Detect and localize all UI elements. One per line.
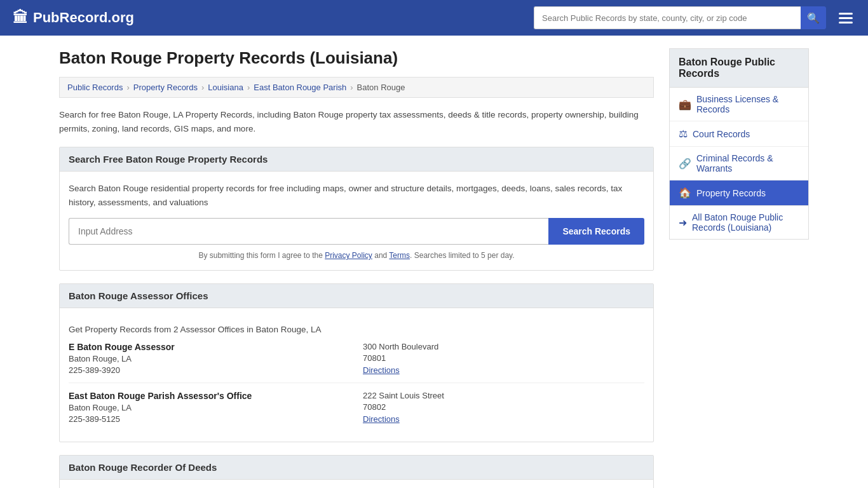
disclaimer-text: By submitting this form I agree to the (198, 251, 325, 260)
office-phone-2: 225-389-5125 (69, 414, 350, 424)
content-area: Baton Rouge Property Records (Louisiana)… (59, 48, 654, 488)
logo-icon: 🏛 (13, 9, 28, 27)
office-zip-1: 70801 (363, 353, 644, 363)
office-left-1: E Baton Rouge Assessor Baton Rouge, LA 2… (69, 342, 350, 375)
breadcrumb-sep-2: › (201, 83, 204, 92)
search-section-description: Search Baton Rouge residential property … (69, 182, 644, 209)
sidebar-all-records-link[interactable]: ➜ All Baton Rouge Public Records (Louisi… (669, 206, 809, 240)
site-header: 🏛 PubRecord.org 🔍 (0, 0, 868, 36)
sidebar-item-court-records-label: Court Records (693, 129, 750, 139)
search-row: Search Records (69, 218, 644, 245)
sidebar-all-records-label: All Baton Rouge Public Records (Louisian… (692, 212, 799, 233)
search-section: Search Free Baton Rouge Property Records… (59, 147, 654, 271)
main-container: Baton Rouge Property Records (Louisiana)… (46, 36, 822, 488)
recorder-section-body: Get Property Records from 1 Recorder Of … (60, 480, 653, 488)
hamburger-line-1 (839, 13, 853, 15)
scales-icon: ⚖ (679, 128, 688, 140)
site-logo[interactable]: 🏛 PubRecord.org (13, 9, 134, 27)
office-city-1: Baton Rouge, LA (69, 354, 350, 363)
recorder-section: Baton Rouge Recorder Of Deeds Get Proper… (59, 455, 654, 488)
directions-link-1[interactable]: Directions (363, 365, 400, 375)
sidebar-item-business-licenses-label: Business Licenses & Records (696, 94, 799, 114)
breadcrumb: Public Records › Property Records › Loui… (59, 77, 654, 98)
breadcrumb-sep-4: › (350, 83, 353, 92)
header-right: 🔍 (534, 6, 855, 29)
breadcrumb-baton-rouge: Baton Rouge (357, 83, 405, 92)
office-name-1: E Baton Rouge Assessor (69, 342, 350, 352)
and-text: and (372, 251, 389, 260)
office-phone-1: 225-389-3920 (69, 365, 350, 375)
hamburger-menu-button[interactable] (836, 10, 855, 26)
assessor-section-heading: Baton Rouge Assessor Offices (60, 284, 653, 308)
arrow-right-icon: ➜ (679, 217, 687, 229)
sidebar-item-property-records-label: Property Records (696, 188, 766, 198)
sidebar-item-property-records[interactable]: 🏠 Property Records (670, 180, 808, 205)
office-name-2: East Baton Rouge Parish Assessor's Offic… (69, 391, 350, 401)
directions-link-2[interactable]: Directions (363, 414, 400, 424)
page-title: Baton Rouge Property Records (Louisiana) (59, 48, 654, 68)
office-zip-2: 70802 (363, 402, 644, 412)
assessor-section-body: Get Property Records from 2 Assessor Off… (60, 308, 653, 442)
header-search-input[interactable] (534, 6, 801, 29)
assessor-section: Baton Rouge Assessor Offices Get Propert… (59, 283, 654, 442)
sidebar-item-court-records[interactable]: ⚖ Court Records (670, 121, 808, 147)
search-records-button[interactable]: Search Records (548, 218, 644, 245)
breadcrumb-sep-3: › (247, 83, 250, 92)
office-left-2: East Baton Rouge Parish Assessor's Offic… (69, 391, 350, 424)
assessor-section-intro: Get Property Records from 2 Assessor Off… (69, 318, 644, 334)
breadcrumb-louisiana[interactable]: Louisiana (208, 83, 243, 92)
breadcrumb-public-records[interactable]: Public Records (67, 83, 123, 92)
search-section-heading: Search Free Baton Rouge Property Records (60, 147, 653, 172)
link-icon: 🔗 (679, 158, 691, 170)
sidebar-title: Baton Rouge Public Records (669, 48, 809, 88)
logo-text: PubRecord.org (33, 10, 134, 26)
hamburger-line-2 (839, 17, 853, 19)
office-entry-2: East Baton Rouge Parish Assessor's Offic… (69, 383, 644, 431)
sidebar: Baton Rouge Public Records 💼 Business Li… (669, 48, 809, 488)
hamburger-line-3 (839, 22, 853, 24)
office-grid-1: E Baton Rouge Assessor Baton Rouge, LA 2… (69, 342, 644, 375)
sidebar-item-criminal-records-label: Criminal Records & Warrants (696, 153, 799, 173)
office-city-2: Baton Rouge, LA (69, 403, 350, 412)
office-grid-2: East Baton Rouge Parish Assessor's Offic… (69, 391, 644, 424)
header-search-button[interactable]: 🔍 (801, 6, 826, 29)
breadcrumb-east-baton-rouge[interactable]: East Baton Rouge Parish (254, 83, 346, 92)
sidebar-item-business-licenses[interactable]: 💼 Business Licenses & Records (670, 88, 808, 121)
office-address-1: 300 North Boulevard (363, 342, 644, 351)
office-right-1: 300 North Boulevard 70801 Directions (363, 342, 644, 375)
breadcrumb-property-records[interactable]: Property Records (133, 83, 198, 92)
search-section-body: Search Baton Rouge residential property … (60, 172, 653, 270)
address-search-input[interactable] (69, 218, 548, 245)
office-entry-1: E Baton Rouge Assessor Baton Rouge, LA 2… (69, 334, 644, 383)
breadcrumb-sep-1: › (126, 83, 129, 92)
page-description: Search for free Baton Rouge, LA Property… (59, 108, 654, 135)
home-icon: 🏠 (679, 187, 691, 199)
terms-link[interactable]: Terms (389, 251, 410, 260)
sidebar-item-criminal-records[interactable]: 🔗 Criminal Records & Warrants (670, 147, 808, 180)
office-address-2: 222 Saint Louis Street (363, 391, 644, 400)
sidebar-nav: 💼 Business Licenses & Records ⚖ Court Re… (669, 88, 809, 206)
form-disclaimer: By submitting this form I agree to the P… (69, 251, 644, 260)
recorder-section-heading: Baton Rouge Recorder Of Deeds (60, 456, 653, 480)
office-right-2: 222 Saint Louis Street 70802 Directions (363, 391, 644, 424)
briefcase-icon: 💼 (679, 98, 691, 111)
privacy-policy-link[interactable]: Privacy Policy (325, 251, 372, 260)
header-search-form: 🔍 (534, 6, 826, 29)
limit-text: . Searches limited to 5 per day. (410, 251, 515, 260)
search-icon: 🔍 (807, 12, 820, 24)
